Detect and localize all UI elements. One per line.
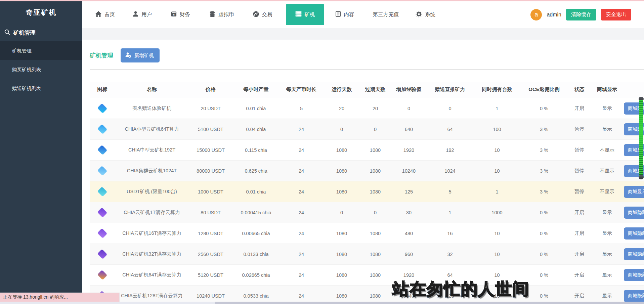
mall-toggle-button[interactable]: 商城隐藏 bbox=[624, 290, 644, 302]
cell-icon bbox=[90, 98, 115, 119]
cell-hourly-output: 0.01 chia bbox=[232, 98, 280, 119]
cell-icon bbox=[90, 161, 115, 181]
cell-exp-gain: 640 bbox=[390, 119, 427, 140]
cell-expire-days: 0 bbox=[360, 202, 390, 223]
cell-mall-display: 不显示 bbox=[592, 181, 622, 202]
clear-cache-button[interactable]: 清除缓存 bbox=[566, 9, 596, 20]
cell-exp-gain: 1920 bbox=[390, 140, 427, 161]
scrollbar-cap-bottom bbox=[639, 175, 644, 179]
col-direct-power: 赠送直推矿力 bbox=[427, 82, 473, 98]
nav-item-label: 虚拟币 bbox=[218, 11, 234, 18]
cell-name: CHIA云矿机128T满存云算力 bbox=[115, 286, 189, 304]
sidebar-section-label: 矿机管理 bbox=[13, 29, 36, 37]
cell-name: CHIA集群云矿机1024T bbox=[115, 161, 189, 181]
nav-item-crypto[interactable]: 虚拟币 bbox=[209, 11, 234, 19]
search-icon bbox=[4, 29, 10, 37]
mall-toggle-button[interactable]: 商城显示 bbox=[624, 186, 644, 198]
mall-toggle-button[interactable]: 商城隐藏 bbox=[624, 269, 644, 281]
nav-item-content[interactable]: 内容 bbox=[335, 11, 354, 18]
cell-price: 15000 USDT bbox=[189, 140, 232, 161]
cell-hourly-output: 0.00665 chia bbox=[232, 223, 280, 244]
cell-run-days: 0 bbox=[323, 202, 360, 223]
cell-max-units: 1 bbox=[473, 98, 521, 119]
username[interactable]: admin bbox=[547, 12, 561, 18]
cell-run-days: 1080 bbox=[323, 244, 360, 265]
status-badge: 开启 bbox=[567, 286, 592, 304]
sidebar-item-miner-manage[interactable]: 矿机管理 bbox=[0, 41, 82, 60]
sidebar-item-label: 购买矿机列表 bbox=[12, 67, 41, 73]
horizontal-scrollbar[interactable] bbox=[0, 302, 644, 304]
status-badge: 暂停 bbox=[567, 140, 592, 161]
nav-item-trade[interactable]: 交易 bbox=[253, 11, 272, 19]
status-badge: 暂停 bbox=[567, 161, 592, 181]
nav-item-miners[interactable]: 矿机 bbox=[286, 4, 324, 25]
cell-name: USDT矿机 (限量100台) bbox=[115, 181, 189, 202]
nav-item-label: 第三方充值 bbox=[373, 11, 399, 18]
cell-max-units: 100 bbox=[473, 119, 521, 140]
logout-button[interactable]: 安全退出 bbox=[601, 9, 631, 20]
col-price: 价格 bbox=[189, 82, 232, 98]
nav-item-users[interactable]: 用户 bbox=[132, 11, 152, 18]
content-icon bbox=[335, 11, 341, 18]
cell-daily-hours: 24 bbox=[280, 223, 323, 244]
nav-item-label: 用户 bbox=[141, 11, 152, 18]
user-icon bbox=[132, 11, 139, 18]
sidebar-item-purchased-miners[interactable]: 购买矿机列表 bbox=[0, 60, 82, 79]
cell-mall-display: 显示 bbox=[592, 223, 622, 244]
server-icon bbox=[295, 10, 302, 19]
cell-daily-hours: 24 bbox=[280, 119, 323, 140]
cell-expire-days: 1080 bbox=[360, 223, 390, 244]
table-row: CHIA云矿机1T满存云算力 80 USDT 0.000415 chia 24 … bbox=[90, 202, 644, 223]
nav-item-finance[interactable]: ¥ 财务 bbox=[171, 11, 190, 18]
nav-item-label: 首页 bbox=[104, 11, 115, 18]
cell-run-days: 20 bbox=[323, 98, 360, 119]
cell-hourly-output: 0.0533 chia bbox=[232, 286, 280, 304]
cell-name: CHIA云矿机32T满存云算力 bbox=[115, 244, 189, 265]
horizontal-scrollbar-thumb[interactable] bbox=[215, 302, 644, 304]
cell-name: CHIA中型云矿机192T bbox=[115, 140, 189, 161]
cell-hourly-output: 0.000415 chia bbox=[232, 202, 280, 223]
cell-exp-gain: 0 bbox=[390, 98, 427, 119]
cell-daily-hours: 5 bbox=[280, 98, 323, 119]
cell-max-units: 1 bbox=[473, 181, 521, 202]
miner-icon bbox=[97, 207, 108, 218]
cell-oce-rebate: 0 % bbox=[521, 98, 567, 119]
add-miner-button[interactable]: 新增矿机 bbox=[121, 48, 160, 62]
cell-price: 10240 USDT bbox=[189, 286, 232, 304]
mall-toggle-button[interactable]: 商城隐藏 bbox=[624, 227, 644, 240]
nav-item-third-party-recharge[interactable]: 第三方充值 bbox=[373, 11, 399, 18]
nav-item-system[interactable]: 系统 bbox=[416, 11, 435, 19]
cell-name: CHIA云矿机16T满存云算力 bbox=[115, 223, 189, 244]
cell-exp-gain: 125 bbox=[390, 181, 427, 202]
sidebar-item-label: 赠送矿机列表 bbox=[12, 85, 41, 92]
avatar[interactable]: a bbox=[530, 9, 542, 20]
cell-expire-days: 1080 bbox=[360, 181, 390, 202]
cell-expire-days: 1080 bbox=[360, 244, 390, 265]
nav-item-home[interactable]: 首页 bbox=[95, 11, 115, 19]
mall-toggle-button[interactable]: 商城隐藏 bbox=[624, 207, 644, 219]
cell-name: 实名赠送体验矿机 bbox=[115, 98, 189, 119]
cell-price: 5120 USDT bbox=[189, 265, 232, 286]
cell-direct-power: 1024 bbox=[427, 161, 473, 181]
cell-direct-power: 0 bbox=[427, 98, 473, 119]
status-text: 正在等待 13.hongll.cn 的响应... bbox=[3, 294, 68, 300]
sidebar: 奇亚矿机 矿机管理 矿机管理 购买矿机列表 赠送矿机列表 bbox=[0, 1, 82, 304]
sidebar-item-gifted-miners[interactable]: 赠送矿机列表 bbox=[0, 79, 82, 98]
cell-price: 20 USDT bbox=[189, 98, 232, 119]
col-oce-rebate: OCE返佣比例 bbox=[521, 82, 567, 98]
cell-mall-display: 显示 bbox=[592, 286, 622, 304]
vertical-scrollbar-thumb[interactable] bbox=[639, 97, 644, 179]
mall-toggle-button[interactable]: 商城隐藏 bbox=[624, 248, 644, 260]
cell-daily-hours: 24 bbox=[280, 265, 323, 286]
top-navigation: 首页 用户 ¥ 财务 虚拟币 交易 矿机 内容 第三方充值 系统 a admin… bbox=[82, 1, 644, 28]
cell-actions: 商城隐藏 bbox=[622, 286, 644, 304]
cell-price: 1000 USDT bbox=[189, 181, 232, 202]
miner-icon bbox=[97, 124, 108, 134]
table-row: 实名赠送体验矿机 20 USDT 0.01 chia 5 20 20 0 0 1… bbox=[90, 98, 644, 119]
svg-text:¥: ¥ bbox=[173, 13, 175, 16]
add-miner-label: 新增矿机 bbox=[134, 52, 154, 59]
cell-daily-hours: 24 bbox=[280, 286, 323, 304]
table-row: USDT矿机 (限量100台) 1000 USDT 0.01 chia 24 1… bbox=[90, 181, 644, 202]
table-row: CHIA云矿机16T满存云算力 1280 USDT 0.00665 chia 2… bbox=[90, 223, 644, 244]
cell-icon bbox=[90, 265, 115, 286]
